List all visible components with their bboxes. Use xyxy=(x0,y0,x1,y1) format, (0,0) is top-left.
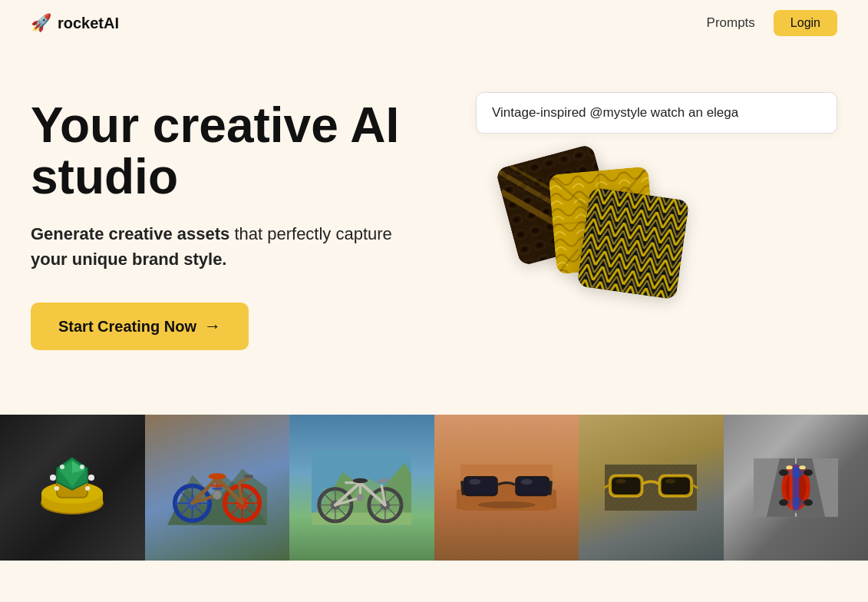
svg-point-26 xyxy=(60,465,64,469)
svg-point-111 xyxy=(804,469,813,475)
svg-rect-99 xyxy=(662,478,691,495)
pattern-card-3 xyxy=(577,187,690,300)
gallery-item-mountain-bike xyxy=(289,415,434,561)
hero-section: Your creative AI studio Generate creativ… xyxy=(0,46,868,415)
gallery-item-desert-sunglasses xyxy=(434,415,579,561)
svg-point-91 xyxy=(477,501,535,508)
svg-point-113 xyxy=(804,499,813,505)
svg-line-78 xyxy=(379,480,387,481)
svg-point-101 xyxy=(665,479,676,484)
logo[interactable]: 🚀 rocketAI xyxy=(31,13,119,33)
svg-rect-85 xyxy=(464,478,497,495)
prompts-link[interactable]: Prompts xyxy=(707,15,755,31)
pattern-cards xyxy=(507,155,675,309)
svg-point-27 xyxy=(80,465,84,469)
login-button[interactable]: Login xyxy=(774,10,837,36)
gallery xyxy=(0,415,868,561)
cta-button[interactable]: Start Creating Now → xyxy=(31,303,249,350)
svg-point-87 xyxy=(469,479,480,485)
svg-rect-55 xyxy=(212,488,222,489)
gallery-item-sports-car xyxy=(724,415,869,561)
prompt-input[interactable] xyxy=(476,92,837,134)
svg-rect-16 xyxy=(577,187,690,300)
svg-point-117 xyxy=(799,465,805,469)
nav-right: Prompts Login xyxy=(707,10,837,36)
svg-point-88 xyxy=(521,479,533,485)
arrow-icon: → xyxy=(204,316,221,336)
gallery-item-ring xyxy=(0,415,145,561)
rocket-icon: 🚀 xyxy=(31,13,51,33)
cta-label: Start Creating Now xyxy=(58,318,196,336)
svg-rect-98 xyxy=(612,478,641,495)
svg-point-25 xyxy=(88,475,94,481)
svg-point-110 xyxy=(779,469,788,475)
svg-point-29 xyxy=(85,486,90,491)
logo-text: rocketAI xyxy=(58,15,119,32)
navbar: 🚀 rocketAI Prompts Login xyxy=(0,0,868,46)
hero-left: Your creative AI studio Generate creativ… xyxy=(31,92,430,350)
svg-rect-54 xyxy=(211,485,223,487)
svg-point-24 xyxy=(50,475,56,481)
svg-rect-115 xyxy=(789,465,792,510)
gallery-item-bike-colored xyxy=(145,415,290,561)
svg-point-112 xyxy=(779,499,788,505)
gallery-item-dark-sunglasses xyxy=(579,415,724,561)
svg-point-116 xyxy=(786,465,792,469)
svg-point-53 xyxy=(213,491,221,499)
svg-point-79 xyxy=(353,478,368,484)
svg-point-28 xyxy=(54,486,59,491)
svg-point-100 xyxy=(616,479,627,484)
svg-point-51 xyxy=(208,473,226,479)
svg-point-80 xyxy=(357,494,365,501)
hero-right xyxy=(476,92,837,309)
svg-rect-114 xyxy=(793,465,799,510)
hero-title: Your creative AI studio xyxy=(31,100,430,203)
svg-rect-86 xyxy=(517,478,549,495)
hero-subtitle: Generate creative assets that perfectly … xyxy=(31,221,430,272)
